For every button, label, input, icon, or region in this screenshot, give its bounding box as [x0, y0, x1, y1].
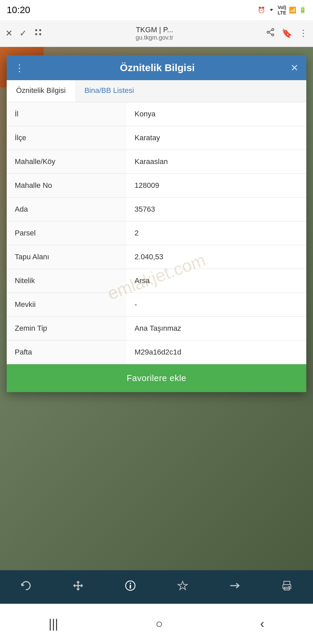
- browser-actions: 🔖 ⋮: [266, 28, 308, 39]
- dialog-header: ⋮ Öznitelik Bilgisi ✕: [7, 55, 306, 80]
- field-label: Parsel: [7, 221, 127, 245]
- signal-icon: 📶: [289, 6, 296, 14]
- field-label: Mahalle/Köy: [7, 150, 127, 174]
- field-value: M29a16d2c1d: [127, 340, 306, 364]
- dialog-overlay: ⋮ Öznitelik Bilgisi ✕ Öznitelik Bilgisi …: [7, 55, 306, 392]
- svg-point-4: [272, 29, 274, 31]
- svg-point-2: [35, 33, 37, 35]
- more-options-icon[interactable]: ⋮: [299, 28, 308, 39]
- table-row: Tapu Alanı 2.040,53: [7, 245, 306, 269]
- field-label: Nitelik: [7, 269, 127, 293]
- lte-icon: Vol)LTE: [278, 5, 286, 15]
- status-time: 10:20: [7, 5, 30, 15]
- table-row: Mevkii -: [7, 293, 306, 317]
- favorite-button[interactable]: Favorilere ekle: [7, 364, 306, 392]
- refresh-icon[interactable]: [20, 580, 32, 594]
- svg-point-6: [272, 34, 274, 36]
- field-label: Pafta: [7, 340, 127, 364]
- table-row: İlçe Karatay: [7, 126, 306, 150]
- table-row: Mahalle/Köy Karaaslan: [7, 150, 306, 174]
- field-value: Konya: [127, 102, 306, 126]
- svg-point-19: [289, 586, 290, 587]
- field-label: Zemin Tip: [7, 317, 127, 340]
- field-value: 2: [127, 221, 306, 245]
- field-label: Mevkii: [7, 293, 127, 317]
- field-value: 2.040,53: [127, 245, 306, 269]
- dialog-title: Öznitelik Bilgisi: [24, 62, 291, 73]
- arrow-icon[interactable]: [229, 580, 240, 594]
- field-value: Karaaslan: [127, 150, 306, 174]
- field-value: Ana Taşınmaz: [127, 317, 306, 340]
- table-row: Pafta M29a16d2c1d: [7, 340, 306, 364]
- svg-line-7: [269, 30, 272, 32]
- star-icon[interactable]: [177, 580, 188, 594]
- field-label: Mahalle No: [7, 174, 127, 198]
- alarm-icon: ⏰: [258, 6, 265, 14]
- tab-oznitelik-bilgisi[interactable]: Öznitelik Bilgisi: [7, 80, 75, 102]
- field-value: Karatay: [127, 126, 306, 150]
- close-browser-icon[interactable]: ✕: [5, 28, 13, 39]
- dialog-close-icon[interactable]: ✕: [291, 62, 298, 73]
- table-row: İl Konya: [7, 102, 306, 126]
- share-icon[interactable]: [266, 28, 275, 39]
- back-nav-icon[interactable]: |||: [49, 617, 58, 631]
- browser-title: TKGM | P...: [136, 25, 173, 34]
- table-row: Mahalle No 128009: [7, 174, 306, 198]
- svg-point-3: [39, 33, 41, 35]
- print-icon[interactable]: [281, 580, 293, 594]
- move-icon[interactable]: [72, 580, 84, 594]
- field-label: Tapu Alanı: [7, 245, 127, 269]
- field-label: İl: [7, 102, 127, 126]
- svg-point-1: [39, 29, 41, 31]
- field-label: Ada: [7, 198, 127, 221]
- tabs-icon[interactable]: [34, 28, 43, 39]
- status-icons: ⏰ Vol)LTE 📶 🔋: [258, 5, 306, 15]
- dialog-menu-icon[interactable]: ⋮: [15, 62, 24, 73]
- status-bar: 10:20 ⏰ Vol)LTE 📶 🔋: [0, 0, 313, 20]
- browser-url-area: TKGM | P... gu.tkgm.gov.tr: [50, 25, 259, 41]
- field-value: -: [127, 293, 306, 317]
- svg-point-5: [267, 31, 269, 33]
- chevron-down-icon[interactable]: ✓: [19, 28, 27, 39]
- svg-marker-14: [178, 581, 187, 590]
- bookmark-icon[interactable]: 🔖: [281, 28, 292, 39]
- info-table: İl Konya İlçe Karatay Mahalle/Köy Karaas…: [7, 102, 306, 364]
- table-row: Ada 35763: [7, 198, 306, 221]
- info-icon[interactable]: [125, 580, 136, 594]
- field-value: 35763: [127, 198, 306, 221]
- svg-rect-16: [284, 581, 290, 585]
- dialog-tabs: Öznitelik Bilgisi Bina/BB Listesi: [7, 80, 306, 102]
- field-label: İlçe: [7, 126, 127, 150]
- home-nav-icon[interactable]: ○: [155, 617, 163, 631]
- table-row: Parsel 2: [7, 221, 306, 245]
- field-value: 128009: [127, 174, 306, 198]
- svg-point-0: [35, 29, 37, 31]
- svg-point-12: [130, 583, 131, 584]
- field-value: Arsa: [127, 269, 306, 293]
- browser-url: gu.tkgm.gov.tr: [136, 34, 174, 41]
- wifi-icon: [268, 6, 275, 14]
- nav-bar: ||| ○ ‹: [0, 604, 313, 644]
- table-row: Nitelik Arsa: [7, 269, 306, 293]
- svg-rect-13: [130, 585, 131, 589]
- browser-bar: ✕ ✓ TKGM | P... gu.tkgm.gov.tr 🔖 ⋮: [0, 20, 313, 47]
- svg-line-8: [269, 33, 272, 35]
- recents-nav-icon[interactable]: ‹: [260, 617, 264, 631]
- table-container: emlakjet.com İl Konya İlçe Karatay Mahal…: [7, 102, 306, 364]
- battery-icon: 🔋: [299, 6, 306, 14]
- tab-bina-bb-listesi[interactable]: Bina/BB Listesi: [75, 80, 143, 102]
- table-row: Zemin Tip Ana Taşınmaz: [7, 317, 306, 340]
- bottom-toolbar: [0, 570, 313, 604]
